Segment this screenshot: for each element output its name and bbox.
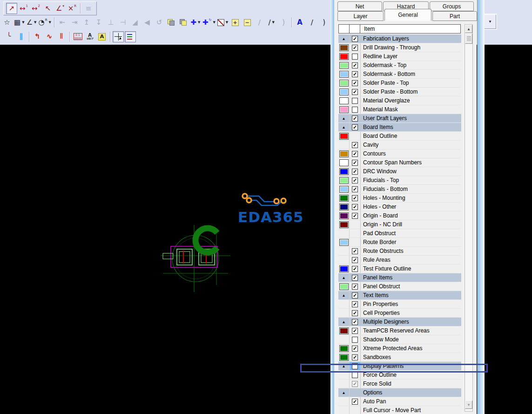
color-swatch-cell[interactable] [338, 194, 350, 202]
tab-groups[interactable]: Groups [430, 1, 474, 11]
row-checkbox[interactable] [352, 98, 358, 104]
route-bend-icon[interactable]: ╰ [3, 31, 14, 42]
table-row[interactable]: ▲✓User Draft Layers [338, 114, 461, 123]
dimension-angle-icon[interactable]: ∠▾ [54, 3, 66, 14]
color-swatch[interactable] [339, 345, 349, 352]
table-row[interactable]: ✓Cavity [338, 141, 461, 149]
group-expand-cell[interactable]: ▲ [338, 114, 350, 122]
color-swatch[interactable] [339, 186, 349, 193]
table-row[interactable]: ▲✓Multiple Designers [338, 318, 461, 326]
select-shape-icon[interactable]: ☆ [1, 17, 13, 28]
table-row[interactable]: ✓DRC Window [338, 167, 461, 176]
origin-snap-icon[interactable]: ▼ [217, 17, 229, 28]
row-checkbox[interactable]: ✓ [352, 354, 358, 360]
table-row[interactable]: ✓Test Fixture Outline [338, 265, 461, 273]
table-row[interactable]: ▲✓Panel Items [338, 273, 461, 282]
color-swatch-cell[interactable] [338, 238, 350, 246]
angle-snap-icon-dropdown[interactable]: ▼ [34, 20, 36, 24]
row-checkbox[interactable]: ✓ [352, 346, 358, 352]
measure-ruler-icon[interactable]: 0 1 [72, 31, 83, 42]
row-checkbox[interactable]: ✓ [352, 80, 358, 86]
move-rotate-icon-dropdown[interactable]: ▼ [213, 20, 215, 24]
row-checkbox[interactable]: ✓ [352, 292, 358, 299]
route-corner-icon[interactable]: ↰ [32, 31, 43, 42]
group-expand-cell[interactable]: ▲ [338, 273, 350, 282]
table-row[interactable]: ✓Contour Span Numbers [338, 158, 461, 167]
table-row[interactable]: ✓Force Solid [338, 380, 461, 388]
row-checkbox[interactable] [352, 372, 358, 378]
row-checkbox[interactable]: ✓ [352, 36, 358, 42]
table-row[interactable]: ▲✓Text Items [338, 291, 461, 300]
scroll-up-button[interactable]: ▲ [465, 25, 472, 33]
table-row[interactable]: ✓Holes - Mounting [338, 194, 461, 203]
vertical-scrollbar[interactable]: ▲ ▼ [465, 24, 473, 412]
measure-distance-icon[interactable]: ↗ [6, 3, 17, 14]
group-expand-cell[interactable]: ▲ [338, 291, 350, 299]
table-row[interactable]: ✓Panel Obstruct [338, 282, 461, 291]
tab-general[interactable]: General [384, 9, 431, 21]
group-expand-cell[interactable]: ▲ [338, 388, 350, 397]
color-swatch-cell[interactable] [338, 105, 350, 114]
row-checkbox[interactable]: ✓ [352, 310, 358, 316]
move-rotate-icon[interactable]: ✚↻▼ [202, 17, 216, 28]
color-swatch-cell[interactable] [338, 211, 350, 220]
table-row[interactable]: ✓Fiducials - Bottom [338, 185, 461, 194]
color-swatch[interactable] [339, 44, 349, 51]
panel-left-edge[interactable] [330, 0, 334, 414]
subtract-area-icon[interactable]: − [242, 17, 253, 28]
scrollbar-thumb[interactable] [465, 34, 472, 44]
color-swatch-cell[interactable] [338, 43, 350, 52]
table-row[interactable]: Material Overglaze [338, 96, 461, 105]
color-swatch[interactable] [339, 88, 349, 95]
tab-layer[interactable]: Layer [337, 11, 384, 21]
panel-right-edge[interactable] [477, 0, 484, 414]
row-checkbox[interactable] [352, 337, 358, 343]
row-checkbox[interactable]: ✓ [352, 71, 358, 77]
row-checkbox[interactable]: ✓ [352, 266, 358, 272]
arc-tool-icon[interactable]: ) [318, 17, 330, 28]
collapse-triangle-icon[interactable]: ▲ [342, 320, 346, 324]
color-swatch-cell[interactable] [338, 185, 350, 193]
color-swatch[interactable] [339, 239, 349, 246]
color-swatch-cell[interactable] [338, 353, 350, 361]
move-icon-dropdown[interactable]: ▼ [198, 20, 200, 24]
row-checkbox[interactable] [352, 107, 358, 113]
dimension-linear-icon[interactable]: ↔1 [18, 3, 29, 14]
table-row[interactable]: ✓Auto Pan [338, 397, 461, 406]
color-swatch-cell[interactable] [338, 167, 350, 176]
collapse-triangle-icon[interactable]: ▲ [342, 276, 346, 280]
tab-part[interactable]: Part [432, 11, 477, 21]
row-checkbox[interactable]: ✓ [352, 257, 358, 263]
color-swatch[interactable] [339, 327, 349, 334]
row-checkbox[interactable]: ✓ [352, 248, 358, 254]
table-row[interactable]: ✓Solder Paste - Bottom [338, 88, 461, 96]
tab-net[interactable]: Net [337, 1, 382, 11]
row-checkbox[interactable] [352, 54, 358, 60]
row-checkbox[interactable]: ✓ [352, 186, 358, 192]
row-checkbox[interactable]: ✓ [352, 124, 358, 130]
row-checkbox[interactable]: ✓ [352, 195, 358, 201]
group-expand-cell[interactable]: ▲ [338, 34, 350, 43]
color-swatch[interactable] [339, 168, 349, 175]
table-row[interactable]: Board Outline [338, 132, 461, 141]
color-swatch-cell[interactable] [338, 326, 350, 335]
table-row[interactable]: ▲✓Board Items [338, 123, 461, 132]
row-checkbox[interactable]: ✓ [352, 204, 358, 210]
row-checkbox[interactable]: ✓ [352, 151, 358, 157]
route-smooth-icon[interactable]: ∿ [44, 31, 55, 42]
color-swatch[interactable] [339, 177, 349, 184]
table-row[interactable]: ✓Pin Properties [338, 300, 461, 309]
color-swatch[interactable] [339, 204, 349, 210]
color-swatch[interactable] [339, 71, 349, 78]
pin-spacing-icon[interactable]: ∥ [15, 31, 27, 42]
line-tool-icon[interactable]: ∕ [306, 17, 317, 28]
table-row[interactable]: Full Cursor - Move Part [338, 406, 461, 414]
table-row[interactable]: Route Border [338, 238, 461, 247]
table-row[interactable]: ✓TeamPCB Reserved Areas [338, 326, 461, 335]
table-row[interactable]: Material Mask [338, 105, 461, 114]
color-swatch[interactable] [339, 283, 349, 290]
text-tool-icon[interactable]: A [294, 17, 305, 28]
color-swatch-cell[interactable] [338, 52, 350, 61]
row-checkbox[interactable]: ✓ [352, 399, 358, 405]
row-checkbox[interactable]: ✓ [352, 319, 358, 325]
